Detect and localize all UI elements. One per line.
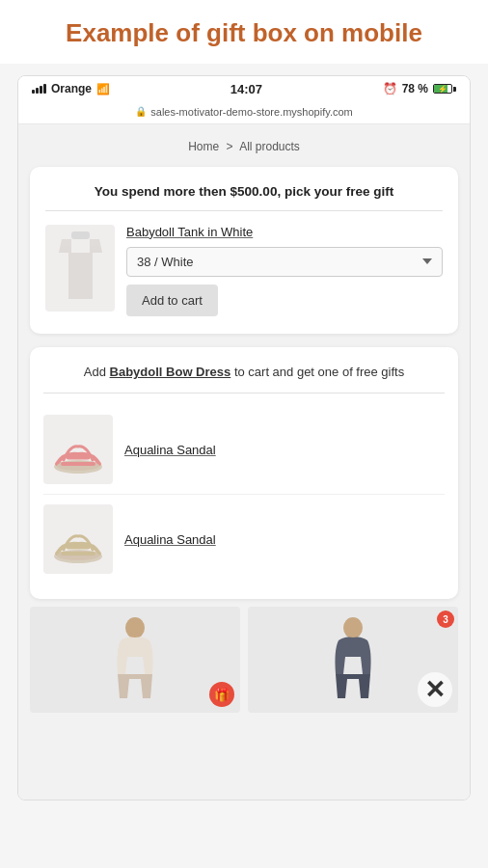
url-text: sales-motivator-demo-store.myshopify.com [150, 106, 352, 118]
free-gifts-suffix: to cart and get one of free gifts [234, 365, 404, 379]
wifi-icon: 📶 [96, 83, 110, 95]
gift-item-2: Aqualina Sandal [43, 494, 445, 583]
product-details: Babydoll Tank in White 38 / White 38 / B… [126, 225, 443, 316]
signal-bars-icon [32, 84, 46, 94]
free-gifts-title: Add Babydoll Bow Dress to cart and get o… [43, 363, 445, 394]
page-title: Example of gift box on mobile [19, 17, 469, 50]
free-gifts-intro: Add [84, 365, 106, 379]
sandal-image-svg-2 [49, 513, 107, 566]
product-name[interactable]: Babydoll Tank in White [126, 225, 443, 239]
gift-item-name-2[interactable]: Aqualina Sandal [124, 532, 216, 547]
product-image [45, 225, 115, 312]
gift-item-image-2 [43, 504, 113, 574]
status-bar: Orange 📶 14:07 ⏰ 78 % ⚡ [18, 76, 470, 102]
page-header: Example of gift box on mobile [0, 0, 488, 64]
badge-count: 3 [437, 610, 454, 628]
close-button[interactable]: ✕ [418, 672, 452, 707]
battery-label: 78 % [402, 82, 428, 95]
svg-rect-0 [71, 231, 90, 239]
svg-rect-1 [68, 253, 93, 299]
product-row: Babydoll Tank in White 38 / White 38 / B… [45, 225, 443, 316]
dress-image-svg [54, 231, 107, 304]
bottom-product-grid: 🎁 3 ✕ [30, 607, 458, 713]
status-time: 14:07 [230, 82, 262, 96]
breadcrumb-home[interactable]: Home [188, 140, 219, 153]
sandal-image-svg-1 [49, 423, 107, 476]
battery-icon: ⚡ [433, 84, 456, 94]
bottom-product-image-2 [324, 616, 382, 703]
free-gifts-card: Add Babydoll Bow Dress to cart and get o… [30, 347, 458, 600]
breadcrumb-current[interactable]: All products [239, 140, 300, 153]
bottom-product-image-1 [106, 616, 164, 703]
alarm-icon: ⏰ [383, 82, 397, 95]
gift-item-name-1[interactable]: Aqualina Sandal [124, 443, 216, 457]
gift-card: You spend more then $500.00, pick your f… [30, 167, 458, 334]
url-bar: 🔒 sales-motivator-demo-store.myshopify.c… [18, 102, 470, 124]
gift-badge-1: 🎁 [209, 682, 234, 707]
lock-icon: 🔒 [135, 106, 147, 117]
add-to-cart-button[interactable]: Add to cart [126, 285, 218, 316]
carrier-label: Orange [51, 82, 92, 95]
gift-item-image-1 [43, 415, 113, 484]
variant-select[interactable]: 38 / White 38 / Black 40 / White 40 / Bl… [126, 247, 443, 277]
page-content: Home > All products You spend more then … [18, 124, 470, 800]
status-left: Orange 📶 [32, 82, 110, 95]
gift-card-title: You spend more then $500.00, pick your f… [45, 184, 443, 211]
free-gifts-product-name[interactable]: Babydoll Bow Dress [110, 365, 231, 379]
svg-point-10 [125, 617, 145, 638]
breadcrumb: Home > All products [30, 140, 458, 153]
bottom-product-1[interactable]: 🎁 [30, 607, 240, 713]
mobile-frame: Orange 📶 14:07 ⏰ 78 % ⚡ 🔒 sales-motivato… [17, 75, 471, 800]
status-right: ⏰ 78 % ⚡ [383, 82, 456, 95]
svg-point-11 [343, 617, 363, 638]
breadcrumb-separator: > [226, 140, 232, 153]
gift-item: Aqualina Sandal [43, 405, 445, 494]
bottom-product-2[interactable]: 3 ✕ [248, 607, 458, 713]
